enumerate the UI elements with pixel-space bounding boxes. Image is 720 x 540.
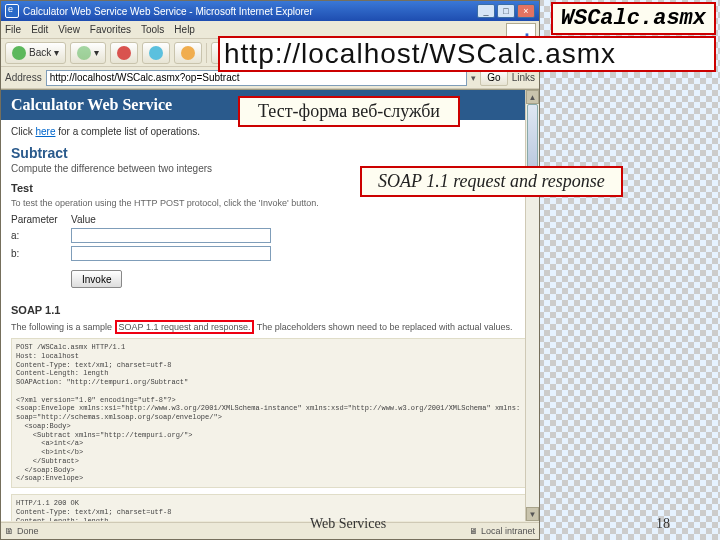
chevron-down-icon[interactable]: ▾: [471, 73, 476, 83]
annotation-url: http://localhost/WSCalc.asmx: [218, 36, 716, 72]
text: The following is a sample: [11, 322, 115, 332]
window-title: Calculator Web Service Web Service - Mic…: [23, 6, 477, 17]
param-row-b: b:: [11, 246, 529, 261]
annotation-test-form: Тест-форма веб-служби: [238, 96, 460, 127]
param-input-b[interactable]: [71, 246, 271, 261]
titlebar[interactable]: Calculator Web Service Web Service - Mic…: [1, 1, 539, 21]
test-note: To test the operation using the HTTP POS…: [11, 198, 529, 208]
stop-button[interactable]: [110, 42, 138, 64]
param-label-b: b:: [11, 248, 71, 259]
maximize-button[interactable]: □: [497, 4, 515, 18]
param-input-a[interactable]: [71, 228, 271, 243]
home-button[interactable]: [174, 42, 202, 64]
slide-background: [520, 0, 720, 540]
op-list-link-row: Click here for a complete list of operat…: [11, 126, 529, 137]
home-icon: [181, 46, 195, 60]
invoke-button[interactable]: Invoke: [71, 270, 122, 288]
scroll-up-button[interactable]: ▲: [526, 90, 539, 104]
scroll-track[interactable]: [526, 104, 539, 507]
close-button[interactable]: ×: [517, 4, 535, 18]
page-content: Calculator Web Service Click here for a …: [1, 89, 539, 521]
chevron-down-icon: ▾: [54, 47, 59, 58]
value-header: Value: [71, 214, 96, 225]
scroll-thumb[interactable]: [527, 104, 538, 174]
menu-help[interactable]: Help: [174, 24, 195, 35]
minimize-button[interactable]: _: [477, 4, 495, 18]
menu-edit[interactable]: Edit: [31, 24, 48, 35]
back-icon: [12, 46, 26, 60]
menu-view[interactable]: View: [58, 24, 80, 35]
operation-name: Subtract: [11, 145, 529, 161]
annotation-filename: WSCalc.asmx: [551, 2, 716, 35]
ie-window: Calculator Web Service Web Service - Mic…: [0, 0, 540, 540]
soap-request-sample: POST /WSCalc.asmx HTTP/1.1 Host: localho…: [11, 338, 529, 488]
forward-icon: [77, 46, 91, 60]
forward-button[interactable]: ▾: [70, 42, 106, 64]
go-label: Go: [487, 72, 500, 83]
menu-file[interactable]: File: [5, 24, 21, 35]
stop-icon: [117, 46, 131, 60]
back-label: Back: [29, 47, 51, 58]
back-button[interactable]: Back▾: [5, 42, 66, 64]
param-label-a: a:: [11, 230, 71, 241]
menu-tools[interactable]: Tools: [141, 24, 164, 35]
param-header: Parameter: [11, 214, 71, 225]
text: for a complete list of operations.: [55, 126, 200, 137]
refresh-icon: [149, 46, 163, 60]
address-label: Address: [5, 72, 42, 83]
links-label[interactable]: Links: [512, 72, 535, 83]
soap11-heading: SOAP 1.1: [11, 304, 529, 316]
ie-app-icon: [5, 4, 19, 18]
vertical-scrollbar[interactable]: ▲ ▼: [525, 90, 539, 521]
text: Click: [11, 126, 35, 137]
op-list-link[interactable]: here: [35, 126, 55, 137]
footer-label: Web Services: [310, 516, 386, 534]
slide-number: 18: [656, 516, 670, 534]
text: The placeholders shown need to be replac…: [254, 322, 512, 332]
param-header-row: Parameter Value: [11, 214, 529, 225]
chevron-down-icon: ▾: [94, 47, 99, 58]
menu-favorites[interactable]: Favorites: [90, 24, 131, 35]
refresh-button[interactable]: [142, 42, 170, 64]
soap11-description: The following is a sample SOAP 1.1 reque…: [11, 320, 529, 334]
soap-sample-highlight: SOAP 1.1 request and response.: [115, 320, 255, 334]
slide-footer: Web Services 18: [0, 516, 720, 534]
annotation-soap: SOAP 1.1 request and response: [360, 166, 623, 197]
param-row-a: a:: [11, 228, 529, 243]
